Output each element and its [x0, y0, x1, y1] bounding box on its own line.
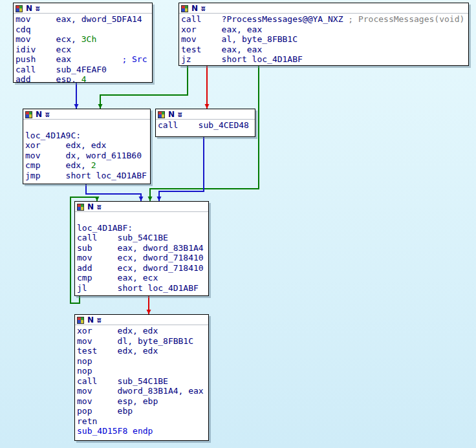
code-line[interactable]: call sub_54C1BE [77, 233, 206, 243]
code-line[interactable]: xor edx, edx [77, 326, 206, 336]
code-line[interactable]: mov dl, byte_8FBB1C [77, 336, 206, 347]
code-segment-default: cmp eax, ecx [77, 273, 158, 283]
code-line[interactable]: xor edx, edx [25, 140, 148, 151]
code-segment-default: sub eax, dword_83B1A4 [77, 243, 204, 253]
block-top-right[interactable]: N ʬ call ?ProcessMessages@@YA_NXZ ; Proc… [178, 3, 469, 66]
node-body: loc_4D1A9C:xor edx, edxmov dx, word_611B… [23, 120, 150, 181]
code-segment-default: test eax, eax [181, 45, 262, 54]
edge-jmp-to-loc-4D1ABF-arrowhead [139, 197, 144, 201]
edge-jl-loop-to-loc-4D1ABF-arrowhead [95, 197, 100, 201]
edge-call-fallthrough-to-loc-4D1ABF-arrowhead [157, 197, 162, 201]
code-line[interactable]: jmp short loc_4D1ABF [25, 171, 148, 181]
code-segment-default: xor edx, edx [25, 140, 106, 150]
code-line[interactable]: cmp edx, 2 [25, 160, 148, 171]
code-line[interactable]: add esp, 4 [16, 74, 150, 83]
code-line[interactable]: test edx, edx [77, 346, 206, 356]
node-n-icon[interactable]: N [87, 316, 94, 324]
node-frame-icon[interactable]: ʬ [45, 111, 50, 118]
code-line[interactable]: mov eax, dword_5DFA14 [16, 14, 150, 25]
code-line[interactable]: test eax, eax [181, 45, 466, 55]
node-color-swatch-icon[interactable] [16, 5, 23, 12]
code-segment-default: idiv ecx [16, 45, 71, 54]
code-segment-default: push eax [16, 54, 122, 64]
code-line[interactable]: sub eax, dword_83B1A4 [77, 243, 206, 253]
code-line[interactable]: pop ebp [77, 406, 206, 416]
code-line[interactable]: call sub_4CED48 [158, 120, 253, 131]
code-segment-number: 2 [91, 160, 96, 170]
block-top-left[interactable]: N ʬ mov eax, dword_5DFA14cdqmov ecx, 3Ch… [13, 3, 153, 83]
node-color-swatch-icon[interactable] [181, 5, 188, 12]
graph-canvas: N ʬ mov eax, dword_5DFA14cdqmov ecx, 3Ch… [0, 0, 476, 448]
code-segment-default: add ecx, dword_718410 [77, 263, 204, 273]
node-color-swatch-icon[interactable] [158, 111, 165, 118]
code-line[interactable]: call sub_54C1BE [77, 376, 206, 387]
code-segment-default: add esp, [16, 74, 81, 83]
node-body: loc_4D1ABF:call sub_54C1BEsub eax, dword… [75, 212, 208, 293]
node-frame-icon[interactable]: ʬ [36, 5, 40, 12]
node-n-icon[interactable]: N [36, 111, 42, 118]
code-line[interactable]: mov al, byte_8FBB1C [181, 34, 466, 45]
code-line[interactable]: sub_4D15F8 endp [77, 426, 206, 436]
node-header: N ʬ [179, 3, 468, 14]
code-segment-default: call sub_54C1BE [77, 233, 168, 242]
code-line[interactable]: call sub_4FEAF0 [16, 65, 150, 75]
code-line[interactable]: call ?ProcessMessages@@YA_NXZ ; ProcessM… [181, 14, 466, 25]
code-segment-comment_blue: sub_4D15F8 endp [77, 426, 153, 436]
code-line[interactable] [77, 213, 206, 223]
code-segment-default: mov al, byte_8FBB1C [181, 34, 298, 44]
code-segment-number: 4 [81, 74, 87, 83]
edge-jz-not-taken-to-call-block-arrowhead [205, 104, 210, 109]
code-line[interactable]: jz short loc_4D1ABF [181, 54, 466, 65]
node-frame-icon[interactable]: ʬ [178, 111, 182, 118]
code-line[interactable]: mov esp, ebp [77, 396, 206, 407]
code-segment-default: call sub_4CED48 [158, 120, 249, 130]
code-line[interactable]: idiv ecx [16, 45, 150, 55]
code-line[interactable]: retn [77, 416, 206, 427]
node-color-swatch-icon[interactable] [77, 317, 84, 324]
code-line[interactable] [25, 120, 148, 131]
code-line[interactable]: jl short loc_4D1ABF [77, 283, 206, 293]
code-line[interactable]: xor eax, eax [181, 25, 466, 35]
node-body: mov eax, dword_5DFA14cdqmov ecx, 3Chidiv… [14, 14, 152, 83]
code-segment-default: mov dl, byte_8FBB1C [77, 336, 193, 346]
code-line[interactable]: nop [77, 366, 206, 376]
block-loc-4D1A9C[interactable]: N ʬ loc_4D1A9C:xor edx, edxmov dx, word_… [23, 109, 151, 184]
code-segment-default: mov dx, word_611B60 [25, 151, 142, 160]
block-func-epilogue[interactable]: N ʬ xor edx, edxmov dl, byte_8FBB1Ctest … [74, 314, 209, 441]
block-call-sub-4CED48[interactable]: N ʬ call sub_4CED48 [155, 109, 255, 137]
edge-jmp-to-loc-4D1ABF [86, 184, 141, 201]
node-body: call sub_4CED48 [156, 120, 255, 131]
node-header: N ʬ [156, 109, 255, 120]
code-segment-default: jz short loc_4D1ABF [181, 54, 303, 64]
node-header: N ʬ [14, 3, 152, 14]
code-line[interactable]: add ecx, dword_718410 [77, 263, 206, 273]
edge-jz-taken-to-loc-4D1ABF-arrowhead [148, 197, 153, 201]
node-frame-icon[interactable]: ʬ [97, 317, 102, 324]
node-n-icon[interactable]: N [168, 111, 175, 118]
node-color-swatch-icon[interactable] [25, 111, 32, 118]
block-loc-4D1ABF[interactable]: N ʬ loc_4D1ABF:call sub_54C1BEsub eax, d… [74, 201, 209, 296]
code-line[interactable]: loc_4D1ABF: [77, 223, 206, 233]
node-n-icon[interactable]: N [87, 203, 94, 211]
code-segment-default: call ?ProcessMessages@@YA_NXZ [181, 14, 348, 24]
code-segment-default: retn [77, 416, 97, 426]
code-line[interactable]: mov dx, word_611B60 [25, 151, 148, 161]
node-n-icon[interactable]: N [191, 5, 198, 12]
code-segment-comment_blue: ; Src [122, 54, 147, 64]
code-line[interactable]: mov dword_83B1A4, eax [77, 386, 206, 396]
code-line[interactable]: cdq [16, 25, 150, 35]
code-segment-default: cdq [16, 25, 30, 34]
code-line[interactable]: loc_4D1A9C: [25, 131, 148, 141]
code-line[interactable]: push eax ; Src [16, 54, 150, 65]
node-color-swatch-icon[interactable] [77, 204, 84, 211]
code-line[interactable]: mov ecx, 3Ch [16, 34, 150, 45]
code-line[interactable]: nop [77, 356, 206, 367]
code-segment-number: 3Ch [81, 34, 96, 44]
node-frame-icon[interactable]: ʬ [97, 204, 102, 211]
code-segment-default: call sub_54C1BE [77, 376, 168, 386]
code-line[interactable]: mov ecx, dword_718410 [77, 253, 206, 263]
code-segment-default: nop [77, 366, 92, 376]
node-frame-icon[interactable]: ʬ [201, 5, 206, 12]
code-line[interactable]: cmp eax, ecx [77, 273, 206, 283]
node-n-icon[interactable]: N [26, 5, 32, 12]
